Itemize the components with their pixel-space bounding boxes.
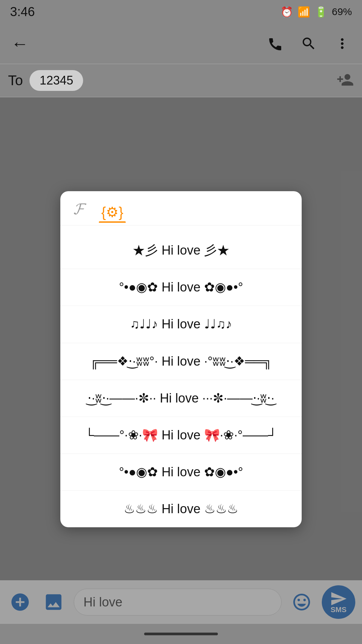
fancy-text-value-7: ♨♨♨ Hi love ♨♨♨ bbox=[124, 502, 238, 516]
fancy-text-value-0: ★彡 Hi love 彡★ bbox=[132, 243, 229, 257]
app-bar-right bbox=[263, 32, 354, 55]
fancy-text-value-3: ╔══❖·͜·ʬʬ°· Hi love ·°ʬʬ·͜·❖══╗ bbox=[90, 354, 272, 368]
fancy-text-value-6: °•●◉✿ Hi love ✿◉●•° bbox=[119, 465, 243, 479]
back-button[interactable]: ← bbox=[8, 32, 32, 55]
status-bar: 3:46 ⏰ 📶 🔋 69% bbox=[0, 0, 362, 23]
fancy-text-item-0[interactable]: ★彡 Hi love 彡★ bbox=[60, 232, 302, 269]
add-contact-icon bbox=[337, 71, 354, 89]
more-options-button[interactable] bbox=[330, 32, 354, 55]
alarm-icon: ⏰ bbox=[281, 6, 293, 18]
app-bar-left: ← bbox=[8, 32, 32, 55]
fancy-text-item-6[interactable]: °•●◉✿ Hi love ✿◉●•° bbox=[60, 454, 302, 491]
fancy-text-value-4: ·͜·ʬ·͜·——·✼·· Hi love ···✼·——·͜·ʬ·͜· bbox=[87, 391, 274, 405]
home-bar bbox=[144, 633, 218, 635]
fancy-text-item-3[interactable]: ╔══❖·͜·ʬʬ°· Hi love ·°ʬʬ·͜·❖══╗ bbox=[60, 343, 302, 380]
back-arrow-icon: ← bbox=[11, 34, 28, 54]
fancy-text-modal: 𝓕 {⚙} ★彡 Hi love 彡★ °•●◉✿ Hi love ✿◉●•° bbox=[60, 191, 302, 527]
fancy-text-item-5[interactable]: └——°·❀·🎀 Hi love 🎀·❀·°——┘ bbox=[60, 417, 302, 454]
tab-style[interactable]: {⚙} bbox=[99, 202, 126, 222]
main-content: 3:45 PM Texting with 12345 (SMS/MMS) bbox=[0, 97, 362, 644]
screen: 3:46 ⏰ 📶 🔋 69% ← bbox=[0, 0, 362, 644]
search-button[interactable] bbox=[297, 32, 320, 55]
fancy-text-value-1: °•●◉✿ Hi love ✿◉●•° bbox=[119, 280, 243, 294]
fancy-text-list: ★彡 Hi love 彡★ °•●◉✿ Hi love ✿◉●•° ♫♩♩♪ H… bbox=[60, 225, 302, 527]
signal-icon: 📶 bbox=[298, 6, 310, 18]
to-field: To 12345 bbox=[0, 64, 362, 97]
status-time: 3:46 bbox=[10, 5, 35, 19]
to-label: To bbox=[8, 72, 23, 89]
tab-font[interactable]: 𝓕 bbox=[74, 199, 85, 225]
fancy-text-value-5: └——°·❀·🎀 Hi love 🎀·❀·°——┘ bbox=[85, 428, 277, 442]
fancy-text-value-2: ♫♩♩♪ Hi love ♩♩♫♪ bbox=[130, 317, 232, 331]
phone-icon bbox=[267, 36, 283, 52]
battery-level: 69% bbox=[332, 6, 352, 17]
status-icons: ⏰ 📶 🔋 69% bbox=[281, 6, 352, 18]
app-bar: ← bbox=[0, 23, 362, 64]
call-button[interactable] bbox=[263, 32, 287, 55]
font-tab-icon: 𝓕 bbox=[74, 200, 85, 217]
fancy-text-overlay: 𝓕 {⚙} ★彡 Hi love 彡★ °•●◉✿ Hi love ✿◉●•° bbox=[0, 97, 362, 644]
fancy-text-item-7[interactable]: ♨♨♨ Hi love ♨♨♨ bbox=[60, 491, 302, 527]
modal-tabs: 𝓕 {⚙} bbox=[60, 191, 302, 225]
add-contact-button[interactable] bbox=[337, 71, 354, 90]
fancy-text-item-1[interactable]: °•●◉✿ Hi love ✿◉●•° bbox=[60, 269, 302, 306]
recipient-chip[interactable]: 12345 bbox=[29, 70, 83, 91]
home-indicator bbox=[0, 624, 362, 644]
style-tab-icon: {⚙} bbox=[101, 204, 123, 220]
search-icon bbox=[301, 36, 317, 52]
more-vert-icon bbox=[334, 36, 350, 52]
fancy-text-item-2[interactable]: ♫♩♩♪ Hi love ♩♩♫♪ bbox=[60, 306, 302, 343]
battery-icon: 🔋 bbox=[315, 6, 327, 18]
fancy-text-item-4[interactable]: ·͜·ʬ·͜·——·✼·· Hi love ···✼·——·͜·ʬ·͜· bbox=[60, 380, 302, 417]
